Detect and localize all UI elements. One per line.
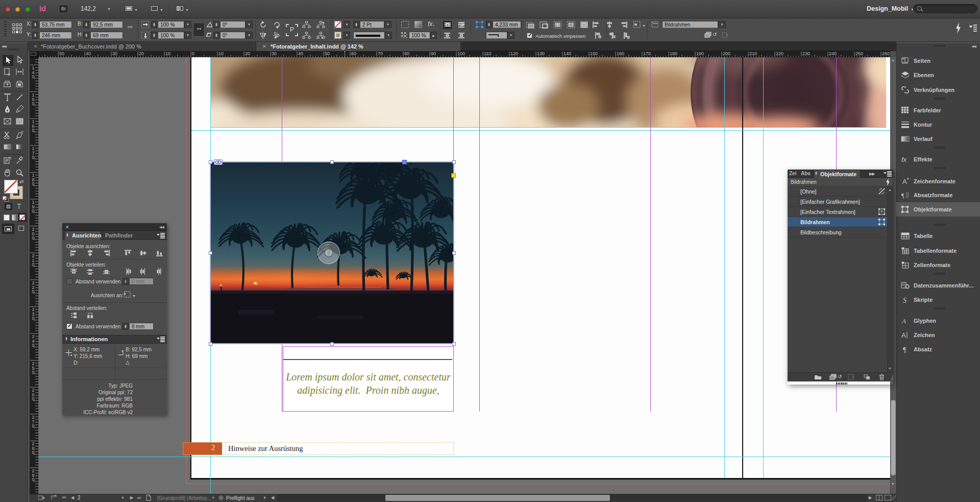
svg-text:fx: fx [901,156,907,163]
svg-text:¶: ¶ [901,192,904,199]
svg-text:A: A [901,317,906,325]
svg-text:A: A [902,178,907,185]
svg-text:¶: ¶ [903,346,906,353]
svg-text:A: A [901,331,906,339]
svg-text:S: S [903,297,906,304]
